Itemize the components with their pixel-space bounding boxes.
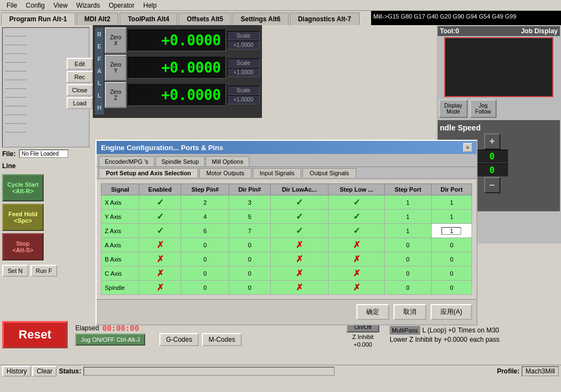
tab-offsets[interactable]: Offsets Alt5 [178,13,231,25]
config-table-body: X Axis ✓ 2 3 ✓ ✓ 1 1 Y Axis ✓ 4 5 ✓ ✓ 1 … [102,195,472,295]
modal-subtab-port-setup[interactable]: Port Setup and Axis Selection [99,168,198,177]
job-display-label: Job Display [521,27,558,35]
menu-config[interactable]: Config [21,2,49,9]
modal-tabs: Encoder/MPG 's Spindle Setup Mill Option… [97,154,476,167]
dir-pin-cell: 0 [229,238,271,252]
z-dir-port-input[interactable] [431,224,472,238]
refall-display: R E F A L L H [95,27,104,115]
col-dir-port: Dir Port [431,184,472,195]
spindle-title: ndle Speed [440,122,558,133]
enabled-cell[interactable]: ✗ [139,252,181,266]
enabled-cell[interactable]: ✗ [139,281,181,295]
refall-l2: L [97,92,102,99]
signal-cell: Y Axis [102,210,139,224]
dro-x-scale-value: +1.0000 [227,40,260,50]
close-button[interactable]: Close [67,84,93,96]
step-low-cell: ✗ [329,281,385,295]
step-pin-cell: 0 [181,281,229,295]
tab-settings[interactable]: Settings Alt6 [232,13,289,25]
g-codes-button[interactable]: G-Codes [159,333,199,346]
modal-cancel-button[interactable]: 取消 [393,304,426,320]
reset-button[interactable]: Reset [2,321,68,348]
step-port-cell: 0 [384,266,431,281]
prog-line: ............. [5,30,87,39]
display-mode-button[interactable]: DisplayMode [439,99,468,118]
signal-cell: B Axis [102,252,139,266]
dir-pin-cell: 0 [229,252,271,266]
clear-button[interactable]: Clear [32,366,57,377]
dro-z-scale-label: Scale [227,86,260,95]
zero-y-button[interactable]: ZeroY [105,55,127,81]
profile-label: Profile: [497,367,520,375]
step-low-cell: ✓ [329,224,385,238]
spindle-counter-2: 0 [476,163,509,177]
step-port-cell: 1 [384,195,431,210]
col-dir-lowac: Dir LowAc... [270,184,328,195]
tab-program-run[interactable]: Program Run Alt-1 [1,13,75,25]
modal-tab-mill[interactable]: Mill Options [206,156,249,167]
lower-z-value: +0.0000 [444,336,468,343]
modal-tab-spindle[interactable]: Spindle Setup [156,156,205,167]
modal-subtab-motor-outputs[interactable]: Motor Outputs [199,168,252,177]
refall-a: A [97,68,102,74]
jog-on-off-button[interactable]: Jog ON/OFF Ctrl-Alt-J [75,334,145,346]
signal-cell: X Axis [102,195,139,210]
dir-port-cell: 0 [431,266,472,281]
modal-apply-button[interactable]: 应用(A) [431,304,472,320]
enabled-cell[interactable]: ✓ [139,210,181,224]
spindle-counter-1: 0 [476,150,509,163]
table-row: Z Axis ✓ 6 7 ✓ ✓ 1 [102,224,472,238]
spindle-minus-button[interactable]: − [484,177,500,193]
enabled-cell[interactable]: ✓ [139,224,181,238]
spindle-plus-button[interactable]: + [484,133,500,150]
set-next-button[interactable]: Set N [2,265,28,277]
dir-port-cell: 1 [431,210,472,224]
edit-button[interactable]: Edit [67,58,93,70]
feed-hold-button[interactable]: Feed Hold<Spc> [2,204,44,231]
refall-r: R [97,31,102,38]
dro-z-value: +0.0000 [128,84,226,106]
zero-z-button[interactable]: ZeroZ [105,82,127,108]
cycle-start-button[interactable]: Cycle Start<Alt-R> [2,174,44,201]
enabled-cell[interactable]: ✓ [139,195,181,210]
jog-follow-button[interactable]: JogFollow [470,99,497,118]
zero-x-button[interactable]: ZeroX [105,27,127,54]
col-step-low: Step Low ... [329,184,385,195]
dir-port-cell: 0 [431,238,472,252]
tab-mdi[interactable]: MDI Alt2 [76,13,119,25]
step-low-cell: ✗ [329,252,385,266]
modal-ok-button[interactable]: 确定 [356,304,389,320]
enabled-cell[interactable]: ✗ [139,266,181,281]
recent-file-button[interactable]: Rec [67,71,93,83]
menu-help[interactable]: Help [139,2,162,9]
modal-close-button[interactable]: × [463,143,472,152]
status-value-box [83,367,335,376]
m-codes-button[interactable]: M-Codes [202,333,242,346]
modal-subtab-input-signals[interactable]: Input Signals [253,168,302,177]
stop-button[interactable]: Stop<Alt-S> [2,233,44,260]
tab-diagnostics[interactable]: Diagnostics Alt-7 [290,13,360,25]
menu-wizards[interactable]: Wizards [72,2,104,9]
modal-subtab-output-signals[interactable]: Output Signals [302,168,356,177]
menu-file[interactable]: File [2,2,21,9]
refall-l1: L [97,80,102,86]
dir-port-cell: 0 [431,281,472,295]
run-from-button[interactable]: Run F [31,265,58,277]
profile-value: Mach3Mill [522,366,559,376]
table-row: A Axis ✗ 0 0 ✗ ✗ 0 0 [102,238,472,252]
step-pin-cell: 0 [181,238,229,252]
load-button[interactable]: Load [67,97,93,109]
dro-y-scale-value: +1.0000 [227,68,260,77]
history-button[interactable]: History [2,366,31,377]
dir-low-cell: ✓ [270,224,328,238]
enabled-cell[interactable]: ✗ [139,238,181,252]
col-signal: Signal [102,184,139,195]
modal-content: Signal Enabled Step Pin# Dir Pin# Dir Lo… [97,179,476,299]
file-value: No File Loaded [19,150,68,158]
tab-toolpath[interactable]: ToolPath Alt4 [120,13,177,25]
dro-y-scale-label: Scale [227,58,260,68]
menu-operator[interactable]: Operator [104,2,139,9]
menu-view[interactable]: View [49,2,72,9]
modal-tab-encoder[interactable]: Encoder/MPG 's [99,156,154,167]
dir-port-cell: 0 [431,252,472,266]
